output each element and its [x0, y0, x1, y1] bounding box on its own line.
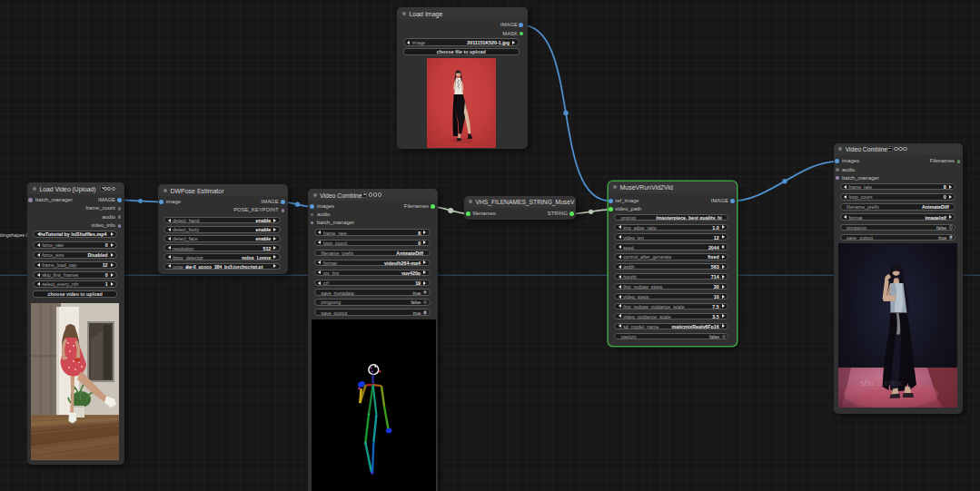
svg-text:tterstoc: tterstoc [876, 378, 904, 388]
svg-text:shu: shu [860, 378, 874, 388]
